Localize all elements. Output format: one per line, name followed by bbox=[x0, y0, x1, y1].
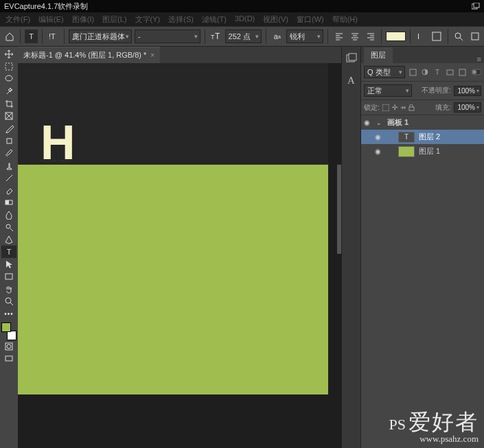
options-bar: T !T 庞门正道标题体 - TT 252 点 aa 锐利 I bbox=[0, 26, 484, 47]
filter-smart-icon[interactable] bbox=[457, 67, 467, 77]
opacity-label: 不透明度: bbox=[422, 86, 451, 95]
visibility-icon[interactable]: ◉ bbox=[364, 119, 372, 126]
layer-filter-select[interactable]: Q 类型 bbox=[364, 66, 405, 78]
font-style-select[interactable]: - bbox=[135, 30, 200, 43]
heal-tool-icon[interactable] bbox=[1, 134, 16, 147]
blur-tool-icon[interactable] bbox=[1, 209, 16, 221]
lock-all-icon[interactable] bbox=[408, 104, 415, 111]
menu-help[interactable]: 帮助(H) bbox=[332, 14, 358, 24]
filter-pixel-icon[interactable] bbox=[408, 67, 417, 77]
document-tab[interactable]: 未标题-1 @ 41.4% (图层 1, RGB/8) * × bbox=[18, 47, 160, 63]
menu-filter[interactable]: 滤镜(T) bbox=[202, 14, 227, 24]
menu-file[interactable]: 文件(F) bbox=[5, 14, 30, 24]
font-family-select[interactable]: 庞门正道标题体 bbox=[69, 30, 132, 43]
filter-toggle-icon[interactable] bbox=[472, 67, 481, 77]
brush-tool-icon[interactable] bbox=[1, 147, 16, 159]
hand-tool-icon[interactable] bbox=[1, 283, 16, 295]
dodge-tool-icon[interactable] bbox=[1, 221, 16, 233]
layer-thumb-text-icon: T bbox=[398, 132, 415, 143]
menu-view[interactable]: 视图(V) bbox=[263, 14, 288, 24]
app-title: EVCapture4.1.7软件录制 bbox=[4, 1, 88, 12]
crop-tool-icon[interactable] bbox=[1, 97, 16, 110]
restore-icon[interactable] bbox=[472, 3, 480, 10]
scrollbar[interactable] bbox=[337, 165, 341, 254]
font-size-value: 252 点 bbox=[229, 32, 251, 42]
stamp-tool-icon[interactable] bbox=[1, 159, 16, 172]
lock-artboard-icon[interactable]: ⇸ bbox=[400, 104, 406, 111]
rectangle-tool-icon[interactable] bbox=[1, 270, 16, 283]
path-select-icon[interactable] bbox=[1, 258, 16, 270]
layers-panel-tab[interactable]: 图层 bbox=[364, 47, 393, 63]
more-tools-icon[interactable]: ••• bbox=[1, 307, 16, 320]
layer-row-text[interactable]: ◉ T 图层 2 bbox=[361, 130, 484, 144]
collapse-icon[interactable]: ⌄ bbox=[376, 119, 383, 126]
eyedropper-tool-icon[interactable] bbox=[1, 122, 16, 134]
fill-input[interactable]: 100% bbox=[454, 102, 481, 113]
wand-tool-icon[interactable] bbox=[1, 85, 16, 97]
layer-row-artboard[interactable]: ◉ ⌄ 画板 1 bbox=[361, 115, 484, 130]
canvas[interactable]: H I bbox=[18, 63, 341, 448]
type-tool-icon[interactable]: T bbox=[1, 246, 16, 258]
fill-label: 填充: bbox=[435, 103, 451, 113]
eraser-tool-icon[interactable] bbox=[1, 184, 16, 196]
background-color-swatch[interactable] bbox=[7, 331, 16, 340]
svg-line-8 bbox=[460, 38, 463, 40]
character-panel-toggle-icon[interactable]: A bbox=[345, 74, 358, 86]
pen-tool-icon[interactable] bbox=[1, 233, 16, 246]
quickmask-icon[interactable] bbox=[1, 340, 16, 353]
color-swatches[interactable] bbox=[1, 322, 16, 340]
search-icon[interactable] bbox=[452, 30, 465, 43]
align-center-icon[interactable] bbox=[348, 30, 361, 43]
zoom-tool-icon[interactable] bbox=[1, 295, 16, 307]
menu-edit[interactable]: 编辑(E) bbox=[38, 14, 64, 24]
move-tool-icon[interactable] bbox=[1, 48, 16, 60]
warp-text-icon[interactable]: I bbox=[415, 30, 428, 43]
antialias-select[interactable]: 锐利 bbox=[286, 30, 323, 43]
layer-row-raster[interactable]: ◉ 图层 1 bbox=[361, 144, 484, 158]
svg-point-24 bbox=[7, 344, 11, 349]
filter-adjust-icon[interactable] bbox=[420, 67, 430, 77]
text-caret-icon: I bbox=[56, 152, 58, 163]
font-size-select[interactable]: 252 点 bbox=[225, 30, 262, 43]
home-icon[interactable] bbox=[3, 30, 16, 43]
history-panel-icon[interactable] bbox=[345, 52, 358, 64]
svg-rect-10 bbox=[5, 63, 12, 70]
history-brush-icon[interactable] bbox=[1, 172, 16, 184]
artboard bbox=[18, 165, 328, 394]
text-orientation-icon[interactable]: !T bbox=[47, 30, 60, 43]
menu-text[interactable]: 文字(Y) bbox=[135, 14, 161, 24]
font-style-value: - bbox=[138, 32, 141, 40]
layer-filter-value: Q 类型 bbox=[367, 67, 391, 78]
character-panel-icon[interactable] bbox=[430, 30, 443, 43]
gradient-tool-icon[interactable] bbox=[1, 196, 16, 209]
svg-text:I: I bbox=[417, 32, 419, 40]
svg-rect-28 bbox=[410, 69, 416, 75]
menu-window[interactable]: 窗口(W) bbox=[297, 14, 324, 24]
filter-text-icon[interactable]: T bbox=[433, 67, 442, 77]
svg-rect-34 bbox=[382, 104, 389, 111]
visibility-icon[interactable]: ◉ bbox=[375, 133, 383, 141]
artboard-tool-icon[interactable] bbox=[1, 60, 16, 73]
opacity-input[interactable]: 100% bbox=[454, 86, 481, 96]
text-color-swatch[interactable] bbox=[386, 32, 406, 41]
foreground-color-swatch[interactable] bbox=[1, 322, 11, 332]
menu-layer[interactable]: 图层(L) bbox=[102, 14, 126, 24]
lasso-tool-icon[interactable] bbox=[1, 73, 16, 85]
menu-3d[interactable]: 3D(D) bbox=[235, 14, 255, 24]
visibility-icon[interactable]: ◉ bbox=[375, 148, 383, 155]
align-left-icon[interactable] bbox=[332, 30, 345, 43]
align-right-icon[interactable] bbox=[364, 30, 377, 43]
menu-select[interactable]: 选择(S) bbox=[168, 14, 194, 24]
frame-tool-icon[interactable] bbox=[1, 110, 16, 122]
screenmode-icon[interactable] bbox=[1, 353, 16, 365]
panel-menu-icon[interactable]: ≡ bbox=[477, 55, 481, 63]
filter-shape-icon[interactable] bbox=[445, 67, 454, 77]
close-tab-icon[interactable]: × bbox=[150, 51, 154, 59]
antialias-value: 锐利 bbox=[290, 32, 305, 42]
menu-image[interactable]: 图像(I) bbox=[72, 14, 94, 24]
lock-position-icon[interactable]: ✢ bbox=[392, 104, 397, 111]
lock-pixels-icon[interactable] bbox=[382, 104, 389, 111]
text-tool-icon[interactable]: T bbox=[25, 30, 38, 43]
blend-mode-select[interactable]: 正常 bbox=[364, 84, 412, 97]
share-icon[interactable] bbox=[468, 30, 481, 43]
